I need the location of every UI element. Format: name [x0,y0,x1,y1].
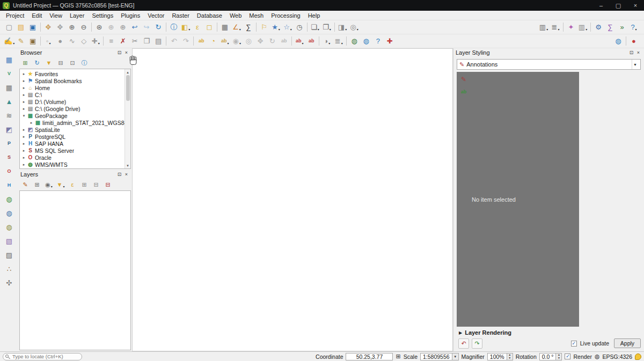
redo[interactable]: ↷ [180,36,191,47]
current-edits[interactable]: ✍▾ [4,36,14,47]
close-button[interactable]: × [627,0,644,11]
add-point-feature[interactable]: ● [55,36,65,47]
styling-layer-combo[interactable]: ✎ Annotations ▼ [457,59,641,70]
enable-properties-widget[interactable]: ⊡ [67,58,78,68]
symbology-tab[interactable]: ✎ [458,74,469,84]
expand-arrow-icon[interactable]: ▸ [21,142,27,146]
float-panel-icon[interactable]: ⊡ [116,49,123,56]
add-wfs-layer[interactable]: ◍ [4,208,14,218]
browser-item-home[interactable]: ▸ ⌂ Home [20,84,130,91]
zoom-out[interactable]: ⊖ [78,22,89,33]
browser-item-geopackage[interactable]: ▾ ▦ GeoPackage [20,112,130,119]
expand-arrow-icon[interactable]: ▸ [21,156,27,160]
delete-selected[interactable]: ✗ [118,36,128,47]
open-project[interactable]: ▤ [16,22,26,33]
digitize-with-segment[interactable]: ◦▾ [43,36,54,47]
close-panel-icon[interactable]: × [123,49,130,56]
add-wms-layer[interactable]: ◍ [4,194,14,204]
add-hana-layer[interactable]: H [4,180,14,190]
layers-list-empty[interactable] [19,190,131,350]
save-layer-edits[interactable]: ▣ [27,36,38,47]
browser-item-web[interactable]: Web [226,11,245,20]
magnifier-spinner[interactable]: 100% ▲▼ [487,353,513,360]
add-oracle-layer[interactable]: O [4,166,14,176]
help-contents[interactable]: ?▾ [628,22,639,33]
add-mssql-layer[interactable]: S [4,152,14,163]
measure[interactable]: ∠▾ [231,22,242,33]
never-show-labels[interactable]: ab▾ [294,36,305,47]
browser-scrollbar[interactable]: ▲ ▼ [125,69,130,168]
scroll-down-icon[interactable]: ▼ [126,163,129,168]
browser-item-project[interactable]: Project [2,11,28,20]
cut-features[interactable]: ✂ [129,36,140,47]
add-spatialite-layer[interactable]: ◩ [4,124,14,135]
map-tips[interactable]: ⚐ [259,22,269,33]
add-selected-layers[interactable]: ⊞ [20,58,31,68]
scrollbar-thumb[interactable] [126,75,130,101]
pin-unpin-labels[interactable]: ◉▾ [231,36,242,47]
pan-map[interactable]: ✥ [43,22,54,33]
filter-legend-by-expression[interactable]: ε [67,180,78,190]
python-console[interactable]: » [617,22,627,33]
metasearch[interactable]: ◍ [613,36,624,47]
add-mesh-layer[interactable]: ▲ [4,96,14,107]
layout-manager[interactable]: ▥▾ [577,22,588,33]
plugin-help[interactable]: ? [372,36,383,47]
add-raster-layer[interactable]: ▦ [4,82,14,93]
zoom-next[interactable]: ↪ [141,22,152,33]
select-by-expression[interactable]: ε [192,22,203,33]
globe-plugin[interactable]: ● [628,36,639,47]
expand-arrow-icon[interactable]: ▸ [21,107,27,111]
browser-item-plugins[interactable]: Plugins [117,11,144,20]
close-panel-icon[interactable]: × [123,171,130,178]
processing-toolbox[interactable]: ⚙ [593,22,604,33]
scroll-up-icon[interactable]: ▲ [126,69,129,75]
crs-value[interactable]: EPSG:4326 [603,353,632,360]
redo-style-button[interactable]: ↷ [472,338,482,349]
add-postgis-layer[interactable]: P [4,138,14,149]
highlight-pinned-labels[interactable]: ◎ [243,36,254,47]
browser-item-oracle[interactable]: ▸ O Oracle [20,154,130,161]
modify-attributes[interactable]: ≡ [106,36,116,47]
label-options-extra[interactable]: ab [306,36,317,47]
browser-item-c[interactable]: ▸ ▤ C:\ [20,91,130,98]
browser-item-d-volume[interactable]: ▸ ▤ D:\ (Volume) [20,98,130,105]
browser-item-settings[interactable]: Settings [88,11,117,20]
collapse-all[interactable]: ⊟ [55,58,66,68]
show-layout-manager[interactable]: ▥▾ [538,22,549,33]
remove-layer[interactable]: ⊟ [103,180,113,190]
browser-item-spatial-bookmarks[interactable]: ▸ ⚑ Spatial Bookmarks [20,77,130,84]
float-panel-icon[interactable]: ⊡ [628,49,635,56]
spinner-arrows-icon[interactable]: ▲▼ [555,353,562,360]
expand-arrow-icon[interactable]: ▸ [21,163,27,167]
browser-item-vector-tiles[interactable]: ▸ ▧ Vector Tiles [20,168,130,169]
filter-browser[interactable]: ▼ [43,58,54,68]
add-group[interactable]: ⊞ [32,180,42,190]
refresh-browser[interactable]: ↻ [32,58,42,68]
layer-rendering-section[interactable]: ▶ Layer Rendering [453,328,644,337]
select-by-location[interactable]: ◨▾ [337,22,348,33]
vertex-tool[interactable]: ✚▾ [90,36,101,47]
coordinate-value[interactable]: 50.25,3.77 [346,353,393,360]
scale-combo[interactable]: 1:5809556 ▼ [420,353,459,360]
layer-labeling-options[interactable]: ab [196,36,207,47]
add-gps-layer[interactable]: ✣ [4,277,14,288]
filter-legend[interactable]: ▼▾ [55,180,66,190]
browser-item-sap-hana[interactable]: ▸ H SAP HANA [20,140,130,147]
add-xyz-layer[interactable]: ▨ [4,249,14,260]
new-spatial-bookmark[interactable]: ★▾ [270,22,281,33]
add-vector-tile-layer[interactable]: ▧ [4,235,14,246]
rotation-spinner[interactable]: 0.0 ° ▲▼ [539,353,562,360]
zoom-to-layer[interactable]: ⊕ [118,22,128,33]
refresh-map[interactable]: ↻ [153,22,164,33]
new-map-view[interactable]: ❐▾ [321,22,332,33]
first-aid-plugin[interactable]: ✚ [384,36,395,47]
zoom-full[interactable]: ⊛ [94,22,105,33]
expand-arrow-icon[interactable]: ▶ [459,330,462,335]
spinner-arrows-icon[interactable]: ▲▼ [507,353,513,360]
identify-features[interactable]: ⓘ [169,22,179,33]
new-3d-map-view[interactable]: ❏▾ [310,22,320,33]
chevron-down-icon[interactable]: ▼ [632,60,638,69]
locator-input[interactable] [3,353,82,360]
quickmapservices[interactable]: ◍ [361,36,371,47]
